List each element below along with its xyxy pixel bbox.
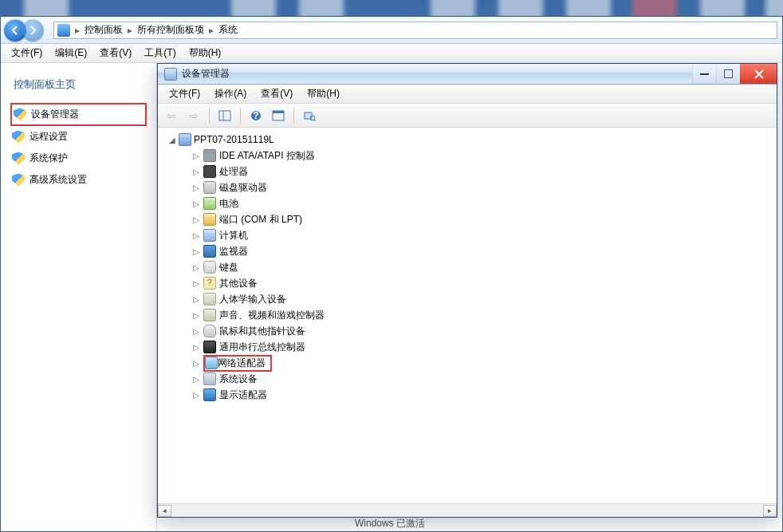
explorer-menubar: 文件(F) 编辑(E) 查看(V) 工具(T) 帮助(H) (1, 44, 782, 63)
tree-node[interactable]: ▷鼠标和其他指针设备 (190, 323, 772, 339)
shield-icon (12, 131, 25, 144)
devmgr-titlebar[interactable]: 设备管理器 (158, 64, 777, 85)
tree-node-label: 网络适配器 (218, 357, 266, 370)
tree-root[interactable]: ◢ PPT07-20151119L (163, 132, 772, 148)
tree-node[interactable]: ▷磁盘驱动器 (190, 179, 772, 195)
tree-node[interactable]: ▷端口 (COM 和 LPT) (190, 211, 772, 227)
toolbtn-forward[interactable]: ⇨ (185, 107, 203, 124)
forward-button[interactable] (22, 19, 44, 41)
comp-icon (203, 229, 216, 242)
tree-node-label: 监视器 (219, 245, 248, 258)
disk-icon (203, 181, 216, 194)
menu-file[interactable]: 文件(F) (6, 44, 48, 62)
sidebar-item-remote-settings[interactable]: 远程设置 (10, 126, 147, 148)
menu-edit[interactable]: 编辑(E) (49, 44, 92, 62)
scroll-track[interactable] (171, 505, 763, 517)
tree-node[interactable]: ▷其他设备 (190, 275, 772, 291)
expander-icon[interactable]: ▷ (191, 375, 200, 384)
scroll-left-button[interactable]: ◂ (158, 505, 171, 517)
devmgr-title-text: 设备管理器 (182, 67, 687, 81)
tree-node-label: 电池 (219, 197, 238, 211)
tree-node[interactable]: ▷人体学输入设备 (190, 291, 772, 307)
expander-icon[interactable]: ▷ (191, 247, 200, 256)
tree-node[interactable]: ▷显示适配器 (190, 387, 772, 403)
scroll-right-button[interactable]: ▸ (763, 505, 777, 517)
expander-icon[interactable]: ▷ (191, 199, 200, 208)
tree-node-label: 人体学输入设备 (219, 293, 286, 306)
sidebar-item-label: 高级系统设置 (30, 173, 87, 187)
tree-node[interactable]: ▷计算机 (190, 227, 772, 243)
tree-node[interactable]: ▷系统设备 (190, 371, 772, 387)
computer-icon (179, 133, 191, 146)
menu-tools[interactable]: 工具(T) (139, 44, 181, 62)
tree-node[interactable]: ▷IDE ATA/ATAPI 控制器 (190, 148, 772, 164)
expander-icon[interactable]: ▷ (191, 359, 200, 368)
tree-node-label: 其他设备 (219, 277, 258, 290)
tree-node[interactable]: ▷电池 (190, 195, 772, 211)
control-panel-content: 设备管理器 文件(F) 操作(A) 查看(V) 帮助(H) (157, 63, 782, 531)
sidebar-item-advanced-settings[interactable]: 高级系统设置 (10, 169, 147, 191)
expander-icon[interactable]: ▷ (191, 343, 200, 352)
tree-node-label: 处理器 (219, 165, 248, 179)
minimize-button[interactable] (692, 64, 716, 84)
sidebar-home-link[interactable]: 控制面板主页 (10, 71, 147, 103)
toolbtn-help[interactable]: ? (247, 107, 265, 124)
tree-node-label: 端口 (COM 和 LPT) (219, 213, 302, 227)
sidebar-item-device-manager[interactable]: 设备管理器 (12, 105, 145, 124)
highlight-box-network-adapter: 网络适配器 (203, 355, 272, 372)
breadcrumb-root[interactable]: 控制面板 (85, 23, 123, 37)
control-panel-window: ▸ 控制面板 ▸ 所有控制面板项 ▸ 系统 文件(F) 编辑(E) 查看(V) … (0, 16, 783, 532)
tree-node-label: 计算机 (219, 229, 248, 242)
horizontal-scrollbar[interactable]: ◂ ▸ (158, 503, 777, 517)
expander-icon[interactable]: ▷ (191, 311, 200, 320)
devmgr-app-icon (164, 68, 177, 81)
toolbtn-scan[interactable] (301, 107, 318, 124)
toolbtn-show-hidden[interactable] (216, 107, 234, 124)
devmgr-toolbar: ⇦ ⇨ ? (158, 104, 777, 128)
tree-node[interactable]: ▷键盘 (190, 259, 772, 275)
expander-icon[interactable]: ▷ (191, 152, 200, 160)
tree-node[interactable]: ▷网络适配器 (190, 355, 772, 371)
menu-help[interactable]: 帮助(H) (183, 44, 227, 62)
expander-icon[interactable]: ▷ (191, 231, 200, 240)
expander-icon[interactable]: ▷ (191, 215, 200, 224)
expander-icon[interactable]: ◢ (167, 136, 176, 144)
devmgr-menubar: 文件(F) 操作(A) 查看(V) 帮助(H) (158, 85, 777, 104)
expander-icon[interactable]: ▷ (191, 295, 200, 304)
expander-icon[interactable]: ▷ (191, 167, 200, 176)
svg-text:?: ? (253, 110, 258, 121)
breadcrumb-mid[interactable]: 所有控制面板项 (137, 23, 204, 37)
devmgr-menu-help[interactable]: 帮助(H) (301, 85, 346, 103)
breadcrumb-leaf[interactable]: 系统 (218, 23, 238, 37)
tree-node[interactable]: ▷监视器 (190, 243, 772, 259)
devmgr-tree[interactable]: ◢ PPT07-20151119L ▷IDE ATA/ATAPI 控制器▷处理器… (158, 128, 777, 503)
port-icon (203, 213, 216, 226)
toolbtn-properties[interactable] (270, 107, 287, 124)
highlight-box-devmgr: 设备管理器 (10, 103, 147, 126)
expander-icon[interactable]: ▷ (191, 263, 200, 272)
system-icon (57, 24, 70, 37)
explorer-navbar: ▸ 控制面板 ▸ 所有控制面板项 ▸ 系统 (1, 17, 782, 44)
address-bar[interactable]: ▸ 控制面板 ▸ 所有控制面板项 ▸ 系统 (53, 22, 777, 39)
expander-icon[interactable]: ▷ (191, 183, 200, 192)
batt-icon (203, 197, 216, 210)
activation-text-peek: Windows 已激活 (313, 517, 425, 531)
devmgr-menu-view[interactable]: 查看(V) (254, 85, 299, 103)
toolbtn-back[interactable]: ⇦ (163, 107, 180, 124)
expander-icon[interactable]: ▷ (191, 391, 200, 400)
devmgr-menu-action[interactable]: 操作(A) (208, 85, 253, 103)
cpu-icon (203, 165, 216, 178)
close-button[interactable] (740, 64, 777, 84)
tree-node[interactable]: ▷声音、视频和游戏控制器 (190, 307, 772, 323)
tree-node[interactable]: ▷通用串行总线控制器 (190, 339, 772, 355)
svg-rect-5 (273, 111, 284, 113)
expander-icon[interactable]: ▷ (191, 327, 200, 336)
sidebar-item-label: 设备管理器 (31, 108, 79, 121)
sidebar-item-system-protection[interactable]: 系统保护 (10, 148, 147, 169)
sys-icon (203, 372, 216, 385)
devmgr-menu-file[interactable]: 文件(F) (163, 85, 207, 103)
expander-icon[interactable]: ▷ (191, 279, 200, 288)
maximize-button[interactable] (716, 64, 740, 84)
tree-node[interactable]: ▷处理器 (190, 164, 772, 179)
menu-view[interactable]: 查看(V) (94, 44, 137, 62)
